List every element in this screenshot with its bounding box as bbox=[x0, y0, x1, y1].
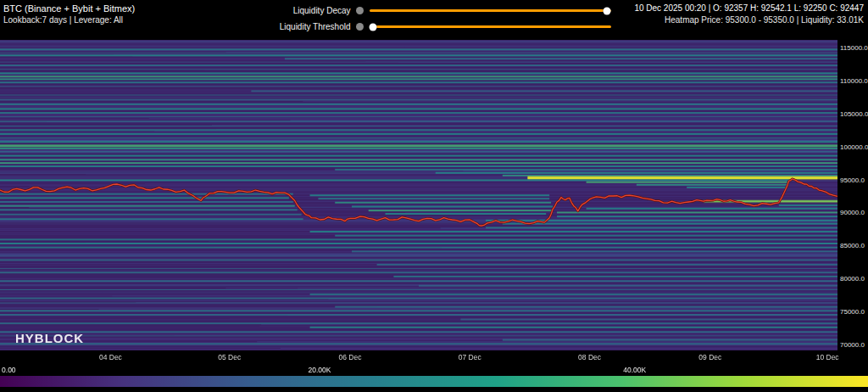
slider-knob[interactable] bbox=[604, 7, 611, 14]
readout-block: 10 Dec 2025 00:20 | O: 92357 H: 92542.1 … bbox=[616, 0, 868, 40]
colorbar-label: 20.00K bbox=[309, 366, 331, 374]
symbol-title: BTC (Binance + Bybit + Bitmex) bbox=[3, 3, 252, 14]
y-tick-label: 105000.0 bbox=[840, 110, 868, 118]
liquidity-decay-row: Liquidity Decay bbox=[252, 3, 616, 19]
colorbar-label: 40.00K bbox=[623, 366, 646, 374]
slider-controls: Liquidity Decay Liquidity Threshold bbox=[252, 0, 616, 40]
hyblock-watermark: HYBLOCK bbox=[15, 331, 84, 345]
y-tick-label: 85000.0 bbox=[840, 242, 865, 249]
y-tick-label: 100000.0 bbox=[840, 143, 868, 151]
lookback-leverage-label: Lookback:7 days | Leverage: All bbox=[3, 14, 252, 25]
x-tick-label: 06 Dec bbox=[339, 353, 362, 361]
y-tick-label: 80000.0 bbox=[840, 275, 865, 283]
y-tick-label: 110000.0 bbox=[840, 77, 868, 85]
info-icon bbox=[356, 7, 364, 14]
x-tick-label: 07 Dec bbox=[459, 353, 481, 361]
heatmap-price-readout: Heatmap Price: 95300.0 - 95350.0 | Liqui… bbox=[616, 14, 865, 25]
time-axis: 04 Dec05 Dec06 Dec07 Dec08 Dec09 Dec10 D… bbox=[0, 350, 868, 365]
price-axis: 115000.0110000.0105000.0100000.095000.09… bbox=[837, 40, 868, 350]
liquidity-threshold-label: Liquidity Threshold bbox=[252, 22, 351, 31]
x-tick-label: 08 Dec bbox=[578, 353, 601, 361]
y-tick-label: 75000.0 bbox=[840, 308, 865, 316]
y-tick-label: 70000.0 bbox=[840, 341, 865, 349]
x-tick-label: 05 Dec bbox=[218, 353, 241, 361]
liquidity-threshold-slider[interactable] bbox=[370, 25, 611, 28]
ohlc-readout: 10 Dec 2025 00:20 | O: 92357 H: 92542.1 … bbox=[616, 3, 865, 14]
colorbar-label: 0.00 bbox=[2, 366, 16, 374]
slider-knob[interactable] bbox=[369, 23, 376, 31]
y-tick-label: 95000.0 bbox=[840, 176, 865, 184]
hyblock-liquidation-heatmap-app: BTC (Binance + Bybit + Bitmex) Lookback:… bbox=[0, 0, 868, 392]
x-tick-label: 04 Dec bbox=[99, 353, 122, 361]
colorbar-scale-labels: 0.0020.00K40.00K bbox=[0, 365, 868, 376]
liquidity-decay-slider[interactable] bbox=[370, 9, 611, 12]
heatmap-canvas[interactable] bbox=[0, 40, 837, 350]
toolbar: BTC (Binance + Bybit + Bitmex) Lookback:… bbox=[0, 0, 868, 40]
y-tick-label: 115000.0 bbox=[840, 44, 868, 52]
symbol-block: BTC (Binance + Bybit + Bitmex) Lookback:… bbox=[0, 0, 252, 40]
colorbar-gradient bbox=[0, 376, 868, 387]
liquidity-threshold-row: Liquidity Threshold bbox=[252, 19, 616, 35]
chart-area: HYBLOCK 115000.0110000.0105000.0100000.0… bbox=[0, 40, 868, 350]
y-tick-label: 90000.0 bbox=[840, 209, 865, 216]
x-tick-label: 09 Dec bbox=[698, 353, 721, 361]
info-icon bbox=[356, 23, 364, 31]
x-tick-label: 10 Dec bbox=[816, 353, 839, 361]
liquidity-decay-label: Liquidity Decay bbox=[252, 6, 351, 15]
